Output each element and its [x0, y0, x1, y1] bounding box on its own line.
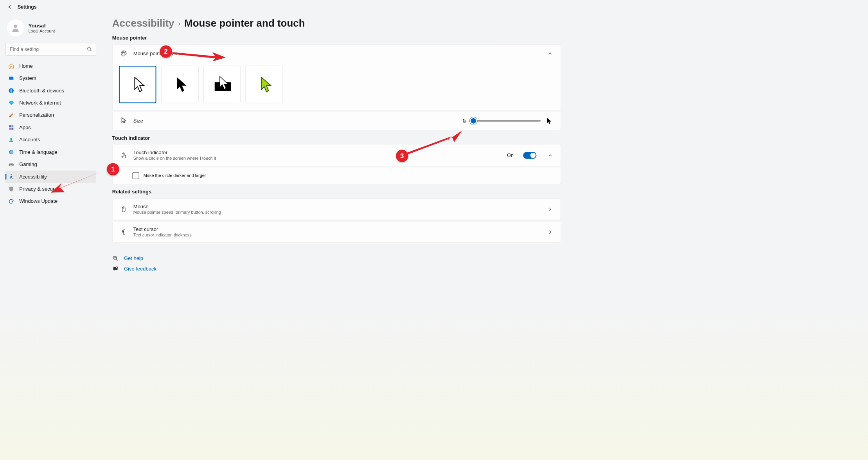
- pointer-size-row: Size: [113, 112, 561, 130]
- sidebar-item-label: Network & internet: [19, 100, 61, 106]
- svg-rect-8: [11, 128, 13, 130]
- annotation-arrow-3: [405, 128, 465, 155]
- sidebar-item-personalization[interactable]: Personalization: [5, 109, 96, 121]
- personalization-icon: [8, 112, 14, 118]
- sidebar-item-network[interactable]: Network & internet: [5, 97, 96, 109]
- sidebar-item-bluetooth[interactable]: Bluetooth & devices: [5, 85, 96, 97]
- toggle-state-label: On: [507, 153, 513, 158]
- back-button[interactable]: [6, 4, 13, 10]
- sidebar-item-label: Time & language: [19, 149, 58, 155]
- sidebar-item-label: Bluetooth & devices: [19, 88, 64, 94]
- section-touch-indicator: Touch indicator: [112, 135, 561, 141]
- get-help-link[interactable]: Get help: [124, 255, 143, 261]
- touch-toggle[interactable]: [523, 152, 536, 159]
- size-slider[interactable]: [471, 120, 541, 122]
- user-account-type: Local Account: [28, 29, 55, 33]
- page-title: Mouse pointer and touch: [184, 18, 305, 29]
- gaming-icon: [8, 161, 14, 168]
- related-text-cursor-sub: Text cursor indicator, thickness: [133, 233, 541, 238]
- sidebar-item-label: Gaming: [19, 162, 37, 168]
- related-mouse-sub: Mouse pointer speed, primary button, scr…: [133, 210, 541, 215]
- touch-icon: [120, 152, 128, 159]
- app-title: Settings: [18, 4, 37, 10]
- network-icon: [8, 100, 14, 106]
- system-icon: [8, 75, 14, 81]
- search-icon: [86, 46, 92, 52]
- related-mouse-title: Mouse: [133, 204, 541, 209]
- cursor-large-icon: [545, 117, 553, 124]
- palette-icon: [120, 50, 128, 57]
- section-related: Related settings: [112, 189, 561, 195]
- svg-rect-7: [9, 128, 11, 130]
- sidebar-item-label: Accounts: [19, 137, 40, 143]
- svg-point-9: [10, 138, 12, 140]
- user-profile[interactable]: Yousaf Local Account: [5, 16, 96, 43]
- sidebar-item-label: Windows Update: [19, 198, 58, 204]
- pointer-style-custom[interactable]: [246, 66, 283, 103]
- apps-icon: [8, 124, 14, 131]
- search-field[interactable]: [5, 43, 96, 56]
- pointer-style-white[interactable]: [119, 66, 156, 103]
- chevron-up-icon: [547, 51, 553, 56]
- sidebar-item-label: Personalization: [19, 112, 54, 118]
- svg-rect-5: [9, 125, 11, 127]
- related-text-cursor-row[interactable]: Text cursor Text cursor indicator, thick…: [113, 222, 561, 242]
- get-help-row[interactable]: Get help: [112, 255, 561, 262]
- help-icon: [112, 255, 119, 262]
- svg-point-1: [88, 47, 91, 51]
- annotation-arrow-1: [49, 167, 110, 197]
- give-feedback-row[interactable]: Give feedback: [112, 266, 561, 272]
- size-label: Size: [133, 118, 143, 124]
- svg-point-19: [116, 267, 117, 268]
- sidebar-item-system[interactable]: System: [5, 72, 96, 84]
- chevron-right-icon: [547, 206, 553, 212]
- breadcrumb-sep: ›: [178, 19, 180, 28]
- sidebar-item-apps[interactable]: Apps: [5, 121, 96, 133]
- chevron-up-icon: [547, 152, 553, 158]
- user-name: Yousaf: [28, 22, 55, 29]
- touch-darker-label: Make the circle darker and larger: [144, 173, 206, 178]
- pointer-style-inverted[interactable]: [203, 66, 241, 103]
- privacy-icon: [8, 186, 14, 192]
- cursor-icon: [120, 117, 128, 125]
- svg-point-12: [122, 52, 123, 53]
- chevron-right-icon: [547, 229, 553, 235]
- give-feedback-link[interactable]: Give feedback: [124, 266, 156, 272]
- sidebar-item-label: System: [19, 76, 36, 81]
- section-mouse-pointer: Mouse pointer: [112, 35, 561, 41]
- svg-point-13: [123, 52, 124, 52]
- feedback-icon: [112, 266, 119, 272]
- time-language-icon: [8, 149, 14, 155]
- touch-indicator-row[interactable]: Touch indicator Show a circle on the scr…: [113, 145, 561, 166]
- avatar: [7, 19, 24, 36]
- touch-darker-checkbox[interactable]: [132, 172, 139, 179]
- sidebar-item-label: Apps: [19, 124, 31, 130]
- touch-darker-row[interactable]: Make the circle darker and larger: [113, 168, 561, 184]
- breadcrumb-parent[interactable]: Accessibility: [112, 18, 174, 29]
- related-text-cursor-title: Text cursor: [133, 227, 541, 233]
- pointer-style-black[interactable]: [161, 66, 199, 103]
- svg-rect-6: [11, 125, 13, 127]
- mouse-icon: [120, 206, 128, 213]
- sidebar-item-windows-update[interactable]: Windows Update: [5, 195, 96, 207]
- sidebar-item-home[interactable]: Home: [5, 60, 96, 72]
- accounts-icon: [8, 137, 14, 143]
- sidebar-item-time-language[interactable]: Time & language: [5, 146, 96, 158]
- svg-point-11: [11, 174, 12, 175]
- text-cursor-icon: [120, 228, 128, 236]
- sidebar-item-label: Home: [19, 63, 33, 69]
- svg-rect-3: [9, 79, 13, 79]
- home-icon: [8, 63, 14, 69]
- sidebar-item-accounts[interactable]: Accounts: [5, 134, 96, 146]
- svg-point-0: [14, 25, 17, 28]
- related-mouse-row[interactable]: Mouse Mouse pointer speed, primary butto…: [113, 199, 561, 220]
- annotation-arrow-2: [171, 48, 227, 64]
- accessibility-icon: [8, 173, 14, 180]
- bluetooth-icon: [8, 87, 14, 94]
- breadcrumb: Accessibility › Mouse pointer and touch: [112, 18, 561, 29]
- cursor-small-icon: [462, 119, 467, 123]
- sidebar-item-label: Accessibility: [19, 174, 47, 180]
- svg-point-14: [124, 52, 125, 53]
- search-input[interactable]: [5, 43, 96, 56]
- touch-sub: Show a circle on the screen where I touc…: [133, 156, 501, 161]
